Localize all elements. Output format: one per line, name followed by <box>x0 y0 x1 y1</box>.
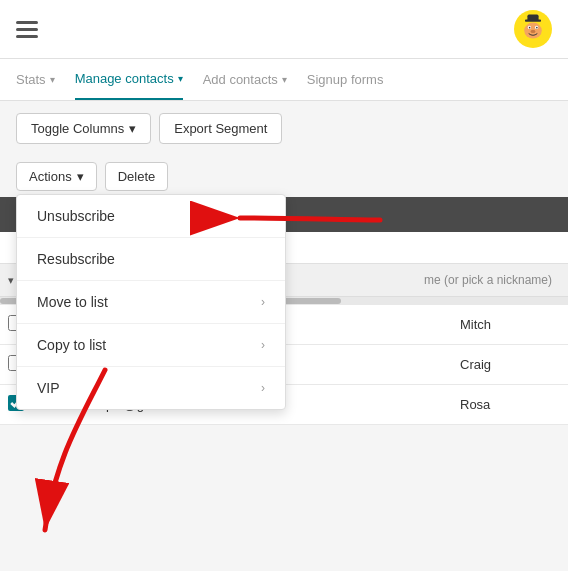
row-name-1: Mitch <box>460 317 560 332</box>
nav-tabs: Stats ▾ Manage contacts ▾ Add contacts ▾… <box>0 59 568 101</box>
actions-dropdown-menu: Unsubscribe Resubscribe Move to list › C… <box>16 194 286 410</box>
delete-button[interactable]: Delete <box>105 162 169 191</box>
actions-button[interactable]: Actions ▾ <box>16 162 97 191</box>
mailchimp-logo <box>514 10 552 48</box>
chevron-right-icon: › <box>261 338 265 352</box>
chevron-down-icon: ▾ <box>50 74 55 85</box>
svg-point-6 <box>531 30 536 33</box>
svg-rect-8 <box>527 15 538 21</box>
dropdown-item-move-to-list[interactable]: Move to list › <box>17 281 285 324</box>
tab-add-contacts[interactable]: Add contacts ▾ <box>203 60 287 99</box>
export-segment-button[interactable]: Export Segment <box>159 113 282 144</box>
chevron-down-icon: ▾ <box>77 169 84 184</box>
row-name-3: Rosa <box>460 397 560 412</box>
app-header <box>0 0 568 59</box>
tab-stats[interactable]: Stats ▾ <box>16 60 55 99</box>
dropdown-item-unsubscribe[interactable]: Unsubscribe <box>17 195 285 238</box>
name-column-header: me (or pick a nickname) <box>310 273 560 287</box>
dropdown-item-resubscribe[interactable]: Resubscribe <box>17 238 285 281</box>
chevron-right-icon: › <box>261 295 265 309</box>
dropdown-item-vip[interactable]: VIP › <box>17 367 285 409</box>
actions-row: Actions ▾ Delete Unsubscribe Resubscribe… <box>0 156 568 197</box>
chevron-down-icon: ▾ <box>129 121 136 136</box>
chevron-down-icon: ▾ <box>178 73 183 84</box>
hamburger-icon[interactable] <box>16 21 38 38</box>
toggle-columns-button[interactable]: Toggle Columns ▾ <box>16 113 151 144</box>
chevron-down-icon: ▾ <box>282 74 287 85</box>
svg-point-4 <box>529 27 531 29</box>
row-name-2: Craig <box>460 357 560 372</box>
dropdown-item-copy-to-list[interactable]: Copy to list › <box>17 324 285 367</box>
tab-manage-contacts[interactable]: Manage contacts ▾ <box>75 59 183 100</box>
toolbar: Toggle Columns ▾ Export Segment <box>0 101 568 156</box>
chevron-right-icon: › <box>261 381 265 395</box>
tab-signup-forms[interactable]: Signup forms <box>307 60 384 99</box>
svg-point-5 <box>536 27 538 29</box>
